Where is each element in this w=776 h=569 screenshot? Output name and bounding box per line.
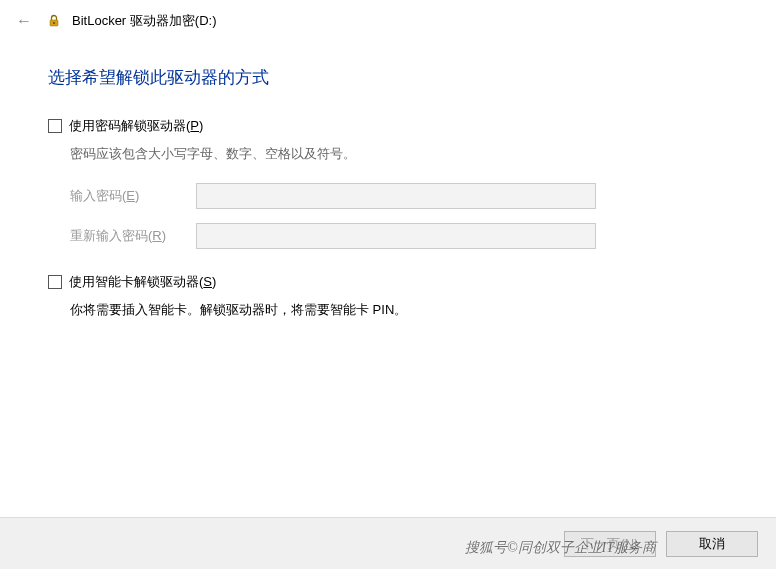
smartcard-checkbox[interactable] bbox=[48, 275, 62, 289]
smartcard-description: 你将需要插入智能卡。解锁驱动器时，将需要智能卡 PIN。 bbox=[70, 301, 728, 319]
window-title: BitLocker 驱动器加密(D:) bbox=[72, 12, 216, 30]
back-arrow-icon[interactable]: ← bbox=[12, 10, 36, 32]
password-field-label: 输入密码(E) bbox=[70, 187, 190, 205]
smartcard-option-block: 使用智能卡解锁驱动器(S) 你将需要插入智能卡。解锁驱动器时，将需要智能卡 PI… bbox=[48, 273, 728, 319]
password-checkbox-label[interactable]: 使用密码解锁驱动器(P) bbox=[69, 117, 203, 135]
content-area: 选择希望解锁此驱动器的方式 使用密码解锁驱动器(P) 密码应该包含大小写字母、数… bbox=[0, 38, 776, 319]
page-heading: 选择希望解锁此驱动器的方式 bbox=[48, 66, 728, 89]
cancel-button[interactable]: 取消 bbox=[666, 531, 758, 557]
password-confirm-input[interactable] bbox=[196, 223, 596, 249]
svg-point-1 bbox=[53, 22, 55, 24]
password-option-block: 使用密码解锁驱动器(P) 密码应该包含大小写字母、数字、空格以及符号。 输入密码… bbox=[48, 117, 728, 249]
password-input[interactable] bbox=[196, 183, 596, 209]
smartcard-checkbox-label[interactable]: 使用智能卡解锁驱动器(S) bbox=[69, 273, 216, 291]
footer-bar: 下一页(N) 取消 bbox=[0, 517, 776, 569]
next-button[interactable]: 下一页(N) bbox=[564, 531, 656, 557]
password-description: 密码应该包含大小写字母、数字、空格以及符号。 bbox=[70, 145, 728, 163]
bitlocker-icon bbox=[46, 13, 62, 29]
titlebar: ← BitLocker 驱动器加密(D:) bbox=[0, 0, 776, 38]
password-confirm-label: 重新输入密码(R) bbox=[70, 227, 190, 245]
password-checkbox[interactable] bbox=[48, 119, 62, 133]
